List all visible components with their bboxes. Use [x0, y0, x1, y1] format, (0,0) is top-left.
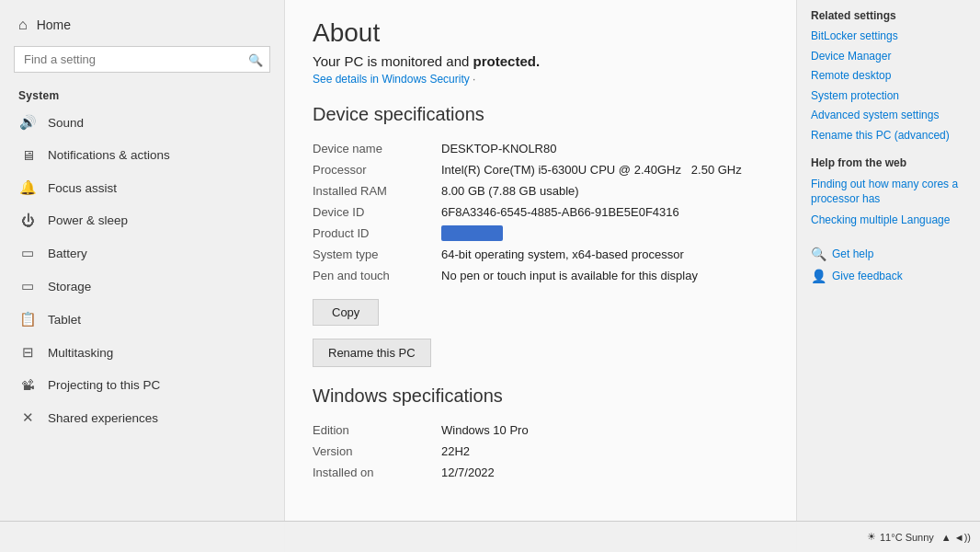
table-row: Installed RAM 8.00 GB (7.88 GB usable) — [313, 180, 769, 201]
give-feedback-link[interactable]: 👤 Give feedback — [811, 269, 966, 283]
spec-value: No pen or touch input is available for t… — [441, 265, 769, 286]
taskbar-icons: ▲ ◄)) — [941, 532, 971, 543]
spec-value: 64-bit operating system, x64-based proce… — [441, 244, 769, 265]
taskbar-right: ☀ 11°C Sunny ▲ ◄)) — [867, 531, 971, 543]
give-feedback-label: Give feedback — [832, 270, 903, 282]
sidebar-item-sound[interactable]: 🔊 Sound — [0, 106, 284, 139]
rename-advanced-link[interactable]: Rename this PC (advanced) — [811, 129, 966, 144]
get-help-label: Get help — [832, 247, 873, 260]
spec-value: DESKTOP-KNOLR80 — [441, 138, 769, 159]
home-label: Home — [37, 17, 71, 32]
help-link-cores[interactable]: Finding out how many cores a processor h… — [811, 177, 966, 208]
table-row: Edition Windows 10 Pro — [313, 420, 769, 441]
sidebar-item-label: Multitasking — [48, 346, 113, 360]
sidebar-item-focus[interactable]: 🔔 Focus assist — [0, 171, 284, 204]
sidebar-item-power[interactable]: ⏻ Power & sleep — [0, 204, 284, 236]
focus-icon: 🔔 — [18, 179, 37, 196]
table-row: Pen and touch No pen or touch input is a… — [313, 265, 769, 286]
bottom-links: 🔍 Get help 👤 Give feedback — [811, 247, 966, 283]
sidebar-home[interactable]: ⌂ Home — [0, 9, 284, 40]
sidebar: ⌂ Home 🔍 System 🔊 Sound 🖥 Notifications … — [0, 0, 285, 552]
sidebar-item-label: Battery — [48, 247, 87, 260]
spec-label: System type — [313, 244, 441, 265]
sidebar-item-tablet[interactable]: 📋 Tablet — [0, 303, 284, 336]
multitasking-icon: ⊟ — [18, 344, 37, 361]
product-id-highlight — [441, 225, 503, 241]
windows-specs-table: Edition Windows 10 Pro Version 22H2 Inst… — [313, 420, 769, 483]
sidebar-item-storage[interactable]: ▭ Storage — [0, 270, 284, 303]
give-feedback-icon: 👤 — [811, 269, 826, 283]
security-link-anchor[interactable]: See details in Windows Security — [313, 73, 470, 86]
notifications-icon: 🖥 — [18, 147, 37, 163]
page-title: About — [313, 18, 769, 48]
spec-label: Product ID — [313, 223, 441, 244]
table-row: Processor Intel(R) Core(TM) i5-6300U CPU… — [313, 159, 769, 180]
tablet-icon: 📋 — [18, 311, 37, 328]
search-box: 🔍 — [14, 46, 270, 73]
spec-value: 12/7/2022 — [441, 462, 769, 483]
system-protection-link[interactable]: System protection — [811, 89, 966, 104]
table-row: Device ID 6F8A3346-6545-4885-AB66-91BE5E… — [313, 201, 769, 223]
remote-desktop-link[interactable]: Remote desktop — [811, 69, 966, 84]
device-specs-table: Device name DESKTOP-KNOLR80 Processor In… — [313, 138, 769, 286]
power-icon: ⏻ — [18, 213, 37, 228]
table-row: Product ID — [313, 223, 769, 244]
advanced-settings-link[interactable]: Advanced system settings — [811, 109, 966, 123]
sidebar-item-label: Tablet — [48, 313, 81, 327]
sidebar-item-label: Power & sleep — [48, 213, 128, 227]
table-row: System type 64-bit operating system, x64… — [313, 244, 769, 265]
right-panel: Related settings BitLocker settings Devi… — [796, 0, 980, 552]
storage-icon: ▭ — [18, 278, 37, 294]
sidebar-item-label: Focus assist — [48, 181, 117, 195]
sound-icon: 🔊 — [18, 114, 37, 131]
spec-value: 22H2 — [441, 441, 769, 462]
spec-label: Edition — [313, 420, 441, 441]
spec-label: Device ID — [313, 201, 441, 223]
sidebar-item-label: Notifications & actions — [48, 148, 170, 162]
bitlocker-link[interactable]: BitLocker settings — [811, 29, 966, 44]
search-icon: 🔍 — [248, 52, 263, 66]
spec-value: Intel(R) Core(TM) i5-6300U CPU @ 2.40GHz… — [441, 159, 769, 180]
get-help-link[interactable]: 🔍 Get help — [811, 247, 966, 261]
sidebar-item-battery[interactable]: ▭ Battery — [0, 236, 284, 270]
windows-specs-title: Windows specifications — [313, 385, 769, 407]
search-input[interactable] — [14, 46, 270, 73]
sidebar-item-label: Projecting to this PC — [48, 378, 160, 392]
sidebar-item-shared[interactable]: ✕ Shared experiences — [0, 401, 284, 434]
sidebar-item-projecting[interactable]: 📽 Projecting to this PC — [0, 369, 284, 401]
device-manager-link[interactable]: Device Manager — [811, 50, 966, 64]
spec-value — [441, 223, 769, 244]
spec-value: 8.00 GB (7.88 GB usable) — [441, 180, 769, 201]
spec-value: Windows 10 Pro — [441, 420, 769, 441]
sidebar-section-label: System — [0, 82, 284, 106]
weather-text: 11°C Sunny — [880, 532, 934, 543]
rename-pc-button[interactable]: Rename this PC — [313, 339, 431, 367]
home-icon: ⌂ — [18, 17, 28, 33]
sidebar-item-label: Shared experiences — [48, 411, 158, 425]
get-help-icon: 🔍 — [811, 247, 826, 261]
sidebar-item-notifications[interactable]: 🖥 Notifications & actions — [0, 139, 284, 171]
spec-label: Installed on — [313, 462, 441, 483]
weather-info: ☀ 11°C Sunny — [867, 531, 934, 543]
pc-status: Your PC is monitored and protected. — [313, 53, 769, 69]
spec-label: Installed RAM — [313, 180, 441, 201]
security-link[interactable]: See details in Windows Security · — [313, 73, 769, 86]
taskbar: ☀ 11°C Sunny ▲ ◄)) — [0, 521, 980, 552]
weather-icon: ☀ — [867, 531, 876, 543]
spec-label: Version — [313, 441, 441, 462]
sidebar-item-label: Storage — [48, 280, 91, 293]
device-specs-title: Device specifications — [313, 104, 769, 125]
spec-label: Pen and touch — [313, 265, 441, 286]
help-link-language[interactable]: Checking multiple Language — [811, 213, 966, 228]
copy-button[interactable]: Copy — [313, 299, 379, 326]
table-row: Version 22H2 — [313, 441, 769, 462]
sidebar-item-label: Sound — [48, 116, 84, 130]
spec-value: 6F8A3346-6545-4885-AB66-91BE5E0F4316 — [441, 201, 769, 223]
shared-icon: ✕ — [18, 409, 37, 426]
table-row: Installed on 12/7/2022 — [313, 462, 769, 483]
help-title: Help from the web — [811, 156, 966, 169]
spec-label: Device name — [313, 138, 441, 159]
battery-icon: ▭ — [18, 245, 37, 261]
sidebar-item-multitasking[interactable]: ⊟ Multitasking — [0, 336, 284, 369]
projecting-icon: 📽 — [18, 377, 37, 393]
